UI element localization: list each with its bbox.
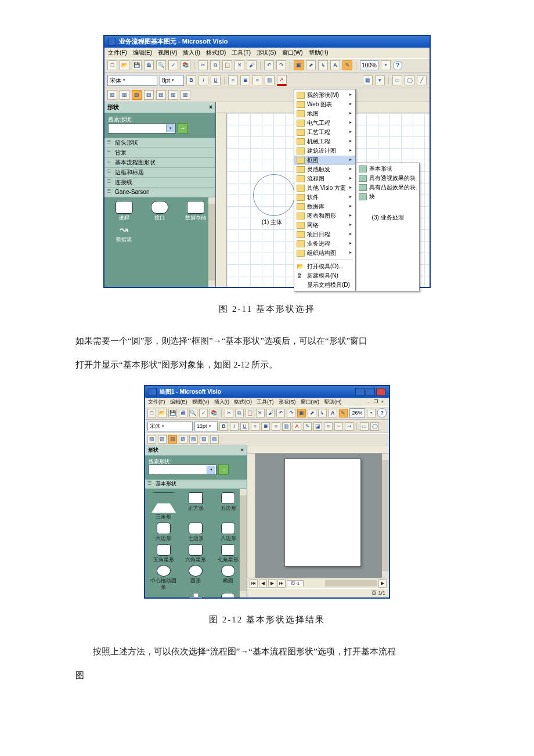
- prev-page-icon[interactable]: ◀: [259, 579, 267, 588]
- maximize-icon[interactable]: [366, 388, 375, 396]
- mi-network[interactable]: 网络▸: [294, 221, 355, 230]
- tb-icon-3[interactable]: ▧: [132, 90, 142, 100]
- master-pentagon[interactable]: 五边形: [213, 492, 243, 520]
- font-size-dropdown[interactable]: 12pt ▾: [194, 422, 218, 431]
- shapes-button-icon[interactable]: ▣: [297, 409, 306, 417]
- copy-icon[interactable]: ⧉: [235, 409, 244, 417]
- mi-org-chart[interactable]: 组织结构图▸: [294, 249, 355, 258]
- pointer-tool-icon[interactable]: ⬈: [308, 409, 316, 417]
- print-icon[interactable]: 🖶: [144, 60, 154, 70]
- mi-flowchart[interactable]: 流程图▸: [294, 174, 355, 183]
- tb-icon[interactable]: ▧: [210, 435, 219, 444]
- mi-block-diagram[interactable]: 框图▸: [294, 156, 355, 165]
- mi-software[interactable]: 软件▸: [294, 193, 355, 202]
- stencil-backgrounds[interactable]: 背景: [104, 148, 215, 158]
- master-circle[interactable]: 圆形: [181, 565, 211, 591]
- open-icon[interactable]: 📂: [158, 409, 167, 417]
- bold-icon[interactable]: B: [186, 75, 196, 85]
- chevron-down-icon[interactable]: ▾: [207, 466, 215, 474]
- tb-icon-4[interactable]: ▧: [144, 90, 154, 100]
- help-icon[interactable]: ?: [393, 61, 402, 70]
- menu-window[interactable]: 窗口(W): [282, 49, 303, 56]
- print-icon[interactable]: 🖶: [179, 409, 187, 417]
- mi-blocks[interactable]: 块: [356, 192, 419, 201]
- mi-show-doc-stencil[interactable]: 显示文档模具(D): [294, 280, 355, 290]
- tb-icon-1[interactable]: ▧: [107, 90, 117, 100]
- open-icon[interactable]: 📂: [120, 60, 129, 70]
- menu-tools[interactable]: 工具(T): [232, 49, 251, 56]
- minimize-icon[interactable]: [355, 388, 365, 396]
- tb-icon-2[interactable]: ▧: [120, 90, 129, 100]
- align-left-icon[interactable]: ≡: [228, 75, 238, 85]
- master-cross[interactable]: 十字架: [181, 593, 211, 597]
- tb-icon[interactable]: ▧: [179, 435, 187, 444]
- master-star6[interactable]: 六角星形: [181, 544, 211, 563]
- mi-map[interactable]: 地图▸: [294, 109, 355, 118]
- spell-icon[interactable]: ✓: [199, 409, 208, 417]
- line-color-icon[interactable]: ✎: [303, 422, 312, 431]
- last-page-icon[interactable]: ⏭: [277, 579, 286, 588]
- text-tool-icon[interactable]: A: [330, 60, 340, 70]
- new-icon[interactable]: □: [147, 409, 156, 417]
- chevron-down-icon[interactable]: ▾: [166, 124, 175, 132]
- close-icon[interactable]: ×: [241, 447, 244, 453]
- shapes-button-icon[interactable]: ▣: [294, 60, 304, 70]
- font-name-dropdown[interactable]: 宋体 ▾: [107, 75, 157, 86]
- stencil-basic-flowchart[interactable]: 基本流程图形状: [104, 158, 215, 168]
- undo-icon[interactable]: ↶: [276, 409, 285, 417]
- menu-file[interactable]: 文件(F): [148, 399, 165, 405]
- menu-edit[interactable]: 编辑(E): [170, 399, 187, 405]
- search-go-button[interactable]: →: [178, 123, 188, 134]
- mi-raised-blocks[interactable]: 具有凸起效果的块: [356, 183, 419, 192]
- connector-icon[interactable]: ↳: [318, 409, 327, 417]
- tb-icon[interactable]: ▧: [158, 435, 167, 444]
- master-datastore[interactable]: 数据存储: [179, 201, 212, 221]
- tb-icon[interactable]: ▧: [189, 435, 198, 444]
- ink-tool-icon[interactable]: ✎: [342, 60, 352, 70]
- close-icon[interactable]: ×: [209, 104, 212, 111]
- zoom-field[interactable]: 100%: [360, 60, 378, 70]
- bold-icon[interactable]: B: [219, 422, 228, 431]
- mdi-close-icon[interactable]: ×: [380, 399, 385, 405]
- mi-electrical[interactable]: 电气工程▸: [294, 118, 355, 128]
- master-square[interactable]: 正方形: [181, 492, 211, 520]
- master-triangle[interactable]: 三角形: [149, 492, 179, 520]
- underline-icon[interactable]: U: [240, 422, 249, 431]
- menu-insert[interactable]: 插入(I): [183, 49, 200, 56]
- mi-business[interactable]: 业务进程▸: [294, 239, 355, 249]
- help-icon[interactable]: ?: [377, 408, 387, 417]
- mi-perspective-blocks[interactable]: 具有透视效果的块: [356, 174, 419, 183]
- copy-icon[interactable]: ⧉: [210, 60, 220, 70]
- line-ends-icon[interactable]: ⇢: [345, 422, 353, 431]
- mdi-minimize-icon[interactable]: –: [366, 399, 371, 405]
- search-input[interactable]: ▾: [149, 465, 217, 475]
- undo-icon[interactable]: ↶: [264, 60, 274, 70]
- mi-database[interactable]: 数据库▸: [294, 202, 355, 211]
- mi-charts[interactable]: 图表和图形▸: [294, 211, 355, 221]
- mi-my-shapes[interactable]: 我的形状(M)▸: [294, 91, 355, 100]
- menu-format[interactable]: 格式(O): [206, 49, 226, 56]
- master-center-circle[interactable]: 中心拖动圆形: [149, 565, 179, 591]
- menu-view[interactable]: 视图(V): [192, 399, 210, 405]
- mi-process-eng[interactable]: 工艺工程▸: [294, 128, 355, 137]
- master-process[interactable]: 进程: [108, 201, 140, 221]
- distribute-icon[interactable]: ▥: [282, 422, 291, 431]
- font-name-dropdown[interactable]: 宋体 ▾: [147, 422, 193, 431]
- save-icon[interactable]: 💾: [132, 60, 142, 70]
- font-size-dropdown[interactable]: 8pt ▾: [160, 75, 184, 86]
- menu-file[interactable]: 文件(F): [108, 49, 127, 56]
- line-weight-icon[interactable]: ≡: [324, 422, 333, 431]
- italic-icon[interactable]: I: [199, 75, 208, 85]
- save-icon[interactable]: 💾: [168, 409, 177, 417]
- rectangle-tool-icon[interactable]: ▭: [392, 75, 402, 85]
- redo-icon[interactable]: ↷: [276, 60, 286, 70]
- mi-web[interactable]: Web 图表▸: [294, 100, 355, 109]
- mi-mech-eng[interactable]: 机械工程▸: [294, 137, 355, 146]
- format-painter-icon[interactable]: 🖌: [247, 60, 257, 70]
- connector-tool-icon[interactable]: ↳: [318, 60, 328, 70]
- spell-icon[interactable]: ✓: [168, 60, 178, 70]
- tb-icon[interactable]: ▧: [200, 435, 208, 444]
- cut-icon[interactable]: ✂: [198, 60, 208, 70]
- tb-icon-5[interactable]: ▧: [156, 90, 166, 100]
- italic-icon[interactable]: I: [230, 422, 239, 431]
